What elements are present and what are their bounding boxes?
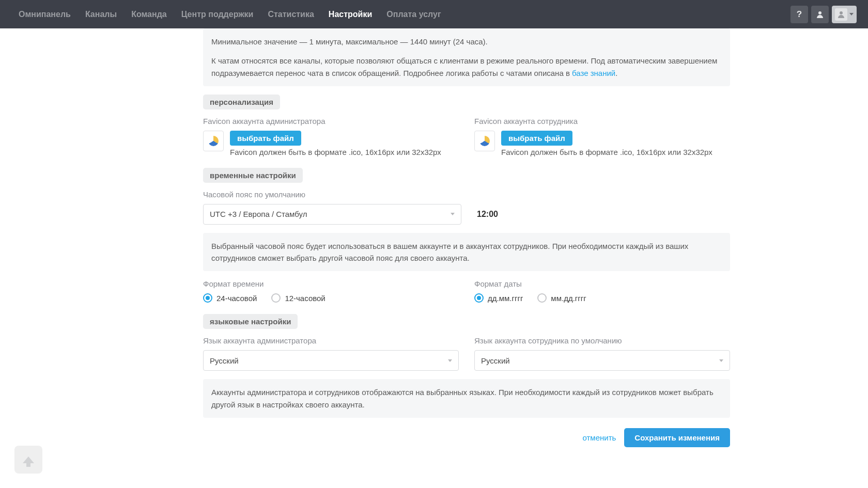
date-format-dmy-radio[interactable]: дд.мм.гггг [474, 293, 523, 303]
date-format-mdy-label: мм.дд.гггг [551, 294, 586, 303]
nav-billing[interactable]: Оплата услуг [379, 0, 448, 28]
chevron-down-icon [719, 359, 723, 362]
account-menu-button[interactable] [832, 6, 857, 23]
employee-lang-label: Язык аккаунта сотрудника по умолчанию [474, 336, 730, 345]
favicon-icon [479, 136, 490, 146]
current-time-display: 12:00 [477, 210, 498, 219]
help-button[interactable]: ? [791, 6, 808, 23]
admin-lang-value: Русский [210, 356, 239, 365]
favicon-icon [208, 136, 219, 146]
date-format-group: дд.мм.гггг мм.дд.гггг [474, 293, 730, 303]
section-time-settings: временные настройки [203, 168, 303, 183]
employee-favicon-choose-button[interactable]: выбрать файл [501, 131, 572, 146]
section-lang-settings: языковые настройки [203, 314, 298, 329]
chat-info-line2: К чатам относятся все каналы, которые по… [211, 55, 722, 79]
nav-left: Омнипанель Каналы Команда Центр поддержк… [11, 0, 448, 28]
avatar [835, 8, 847, 21]
knowledge-base-link[interactable]: базе знаний [572, 69, 615, 77]
nav-statistics[interactable]: Статистика [260, 0, 321, 28]
nav-support-center[interactable]: Центр поддержки [174, 0, 261, 28]
cancel-link[interactable]: отменить [582, 433, 616, 442]
chat-info-line1: Минимальное значение — 1 минута, максима… [211, 36, 722, 48]
scroll-to-top-button[interactable] [14, 446, 42, 468]
admin-lang-select[interactable]: Русский [203, 350, 459, 371]
admin-favicon-label: Favicon аккаунта администратора [203, 117, 459, 125]
main-content: Минимальное значение — 1 минута, максима… [198, 28, 735, 468]
chevron-down-icon [448, 359, 452, 362]
time-format-group: 24-часовой 12-часовой [203, 293, 459, 303]
employee-favicon-hint: Favicon должен быть в формате .ico, 16x1… [501, 148, 730, 156]
time-format-24h-label: 24-часовой [216, 294, 257, 303]
top-navigation: Омнипанель Каналы Команда Центр поддержк… [0, 0, 868, 28]
help-icon: ? [797, 9, 802, 20]
time-format-24h-radio[interactable]: 24-часовой [203, 293, 257, 303]
timezone-value: UTC +3 / Европа / Стамбул [210, 210, 307, 218]
employee-lang-select[interactable]: Русский [474, 350, 730, 371]
section-personalization: персонализация [203, 95, 280, 109]
admin-lang-label: Язык аккаунта администратора [203, 336, 459, 345]
employee-favicon-label: Favicon аккаунта сотрудника [474, 117, 730, 125]
employee-favicon-preview [474, 131, 495, 151]
nav-settings[interactable]: Настройки [321, 0, 379, 28]
svg-point-0 [818, 11, 822, 14]
lang-info-text: Аккаунты администратора и сотрудников от… [211, 388, 714, 408]
footer-actions: отменить Сохранить изменения [203, 428, 730, 447]
admin-favicon-preview [203, 131, 224, 151]
save-button[interactable]: Сохранить изменения [624, 428, 730, 447]
chat-info-text-end: . [615, 69, 617, 77]
lang-info-box: Аккаунты администратора и сотрудников от… [203, 379, 730, 418]
employee-lang-value: Русский [481, 356, 510, 365]
chevron-down-icon [849, 13, 854, 15]
profile-button[interactable] [811, 6, 829, 23]
date-format-label: Формат даты [474, 279, 730, 288]
admin-favicon-choose-button[interactable]: выбрать файл [230, 131, 301, 146]
time-format-label: Формат времени [203, 279, 459, 288]
admin-favicon-hint: Favicon должен быть в формате .ico, 16x1… [230, 148, 459, 156]
chat-info-box: Минимальное значение — 1 минута, максима… [203, 28, 730, 86]
nav-team[interactable]: Команда [124, 0, 174, 28]
timezone-label: Часовой пояс по умолчанию [203, 190, 730, 199]
date-format-mdy-radio[interactable]: мм.дд.гггг [537, 293, 586, 303]
time-format-12h-radio[interactable]: 12-часовой [271, 293, 325, 303]
time-format-12h-label: 12-часовой [285, 294, 325, 303]
chat-info-text: К чатам относятся все каналы, которые по… [211, 56, 717, 77]
avatar-icon [837, 10, 845, 19]
person-icon [816, 10, 824, 19]
nav-omnipanel[interactable]: Омнипанель [11, 0, 78, 28]
nav-right: ? [791, 6, 857, 23]
svg-point-1 [840, 11, 843, 14]
nav-channels[interactable]: Каналы [78, 0, 124, 28]
date-format-dmy-label: дд.мм.гггг [488, 294, 523, 303]
chevron-down-icon [451, 213, 455, 215]
arrow-up-icon [23, 456, 34, 463]
timezone-select[interactable]: UTC +3 / Европа / Стамбул [203, 204, 461, 225]
timezone-info-text: Выбранный часовой пояс будет использоват… [211, 242, 688, 262]
timezone-info-box: Выбранный часовой пояс будет использоват… [203, 233, 730, 272]
